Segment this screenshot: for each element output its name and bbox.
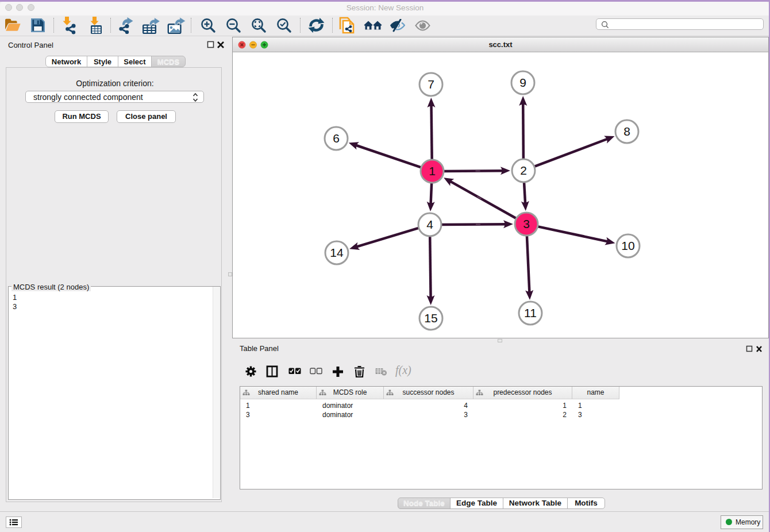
svg-text:1: 1	[429, 164, 436, 178]
svg-text:2: 2	[520, 164, 527, 177]
svg-text:3: 3	[523, 217, 530, 230]
svg-text:10: 10	[621, 239, 634, 252]
svg-text:14: 14	[330, 246, 344, 259]
svg-text:15: 15	[424, 311, 437, 325]
svg-text:8: 8	[623, 125, 630, 138]
svg-text:9: 9	[519, 76, 526, 89]
svg-text:11: 11	[524, 306, 537, 319]
svg-text:6: 6	[333, 132, 340, 145]
svg-text:7: 7	[428, 78, 434, 91]
svg-text:4: 4	[426, 218, 433, 231]
